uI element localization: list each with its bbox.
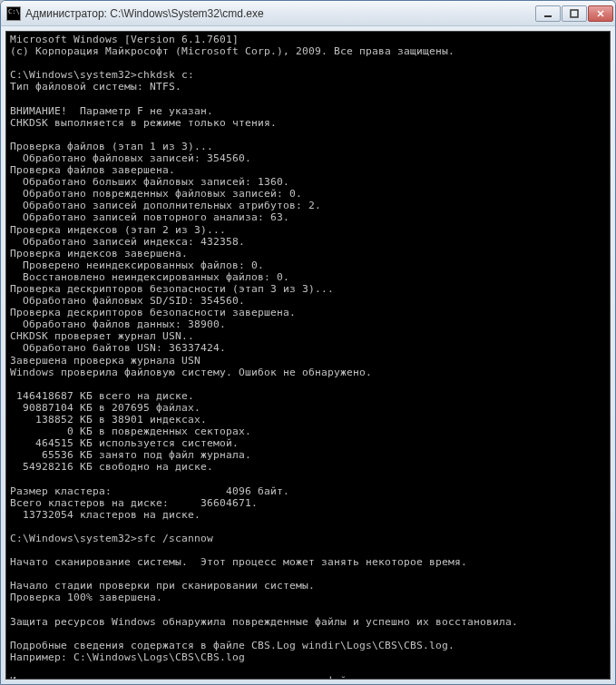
window-controls xyxy=(535,5,613,22)
close-icon xyxy=(596,9,605,18)
console-output: Microsoft Windows [Version 6.1.7601] (c)… xyxy=(10,34,606,680)
window-title: Администратор: C:\Windows\System32\cmd.e… xyxy=(25,7,535,20)
cmd-window: Администратор: C:\Windows\System32\cmd.e… xyxy=(0,0,616,685)
minimize-icon xyxy=(543,10,552,17)
minimize-button[interactable] xyxy=(535,5,561,22)
cmd-icon xyxy=(6,6,21,21)
maximize-button[interactable] xyxy=(562,5,587,22)
titlebar[interactable]: Администратор: C:\Windows\System32\cmd.e… xyxy=(1,1,615,26)
close-button[interactable] xyxy=(588,5,613,22)
svg-rect-1 xyxy=(571,10,578,17)
maximize-icon xyxy=(570,9,579,18)
svg-rect-0 xyxy=(544,15,552,17)
console-area[interactable]: Microsoft Windows [Version 6.1.7601] (c)… xyxy=(5,31,611,680)
